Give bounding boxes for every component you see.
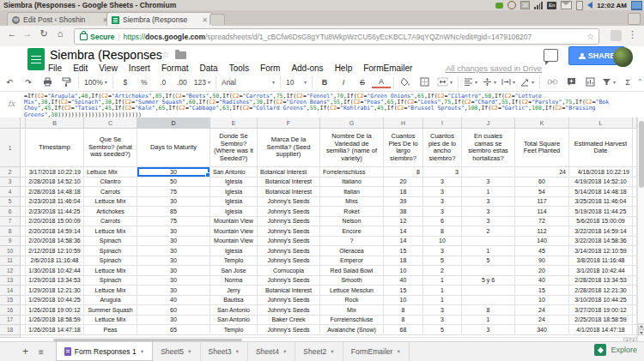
cell-L10[interactable]: 3/14/2018 12:10:59	[569, 246, 633, 256]
cell-E11[interactable]: Templo	[210, 256, 258, 267]
cell-L8[interactable]: 3/22/2018 14:59:14	[569, 226, 633, 237]
sheet-tab-sheet4[interactable]: Sheet4▼	[248, 342, 295, 361]
cell-D5[interactable]: 30	[137, 197, 210, 208]
cell-D13[interactable]: 30	[137, 276, 210, 286]
cell-G4[interactable]: Italian	[320, 187, 384, 197]
row-header-9[interactable]: 9	[0, 237, 21, 247]
spreadsheet-grid[interactable]: BCDEFGHIJKL1TimestampQue Se Sembro? (wha…	[0, 117, 637, 341]
sheet-tab-menu-icon[interactable]: ▼	[330, 349, 334, 354]
sheet-tab-sheet2[interactable]: Sheet2▼	[295, 342, 343, 361]
cell-B7[interactable]: 2/20/2018 15:00:09	[26, 217, 84, 227]
sheet-tab-sheet5[interactable]: Sheet5▼	[153, 342, 200, 361]
menu-insert[interactable]: Insert	[129, 63, 150, 73]
cell-B8[interactable]: 2/20/2018 14:59:14	[26, 226, 84, 237]
horizontal-align-button[interactable]: ▾	[461, 75, 480, 89]
user-avatar[interactable]	[613, 47, 633, 67]
explore-button[interactable]: Explore	[594, 344, 637, 356]
cell-J4[interactable]: 1	[462, 187, 515, 197]
cell-F4[interactable]: Botanical Interest	[258, 187, 320, 197]
paint-format-button[interactable]	[57, 75, 76, 89]
cell-I17[interactable]: 3	[423, 316, 462, 326]
cell-K18[interactable]: 340	[515, 325, 569, 335]
menu-form[interactable]: Form	[260, 63, 280, 73]
cell-E5[interactable]: Iglesia	[210, 197, 258, 208]
document-title[interactable]: Siembra (Responses	[50, 48, 162, 62]
cell-D17[interactable]: 30	[137, 316, 210, 326]
column-header-I[interactable]: I	[423, 117, 462, 129]
cell-L15[interactable]: 3/10/2018 10:44:25	[569, 296, 633, 306]
cell-I6[interactable]: 3	[423, 207, 462, 217]
keyboard-layout-indicator[interactable]: En	[547, 2, 556, 9]
cell-D4[interactable]: 75	[137, 187, 210, 197]
cell-D2[interactable]: 30	[137, 167, 210, 177]
text-color-button[interactable]: A	[372, 75, 391, 88]
cell-C11[interactable]: Spinach	[84, 256, 137, 267]
cell-I14[interactable]: 1	[423, 286, 462, 296]
cell-C10[interactable]: Spinach	[84, 246, 137, 256]
redo-button[interactable]: ↷	[19, 75, 38, 89]
cell-H16[interactable]: 8	[384, 305, 423, 316]
fill-color-button[interactable]	[397, 75, 416, 89]
row-header-1[interactable]: 1	[0, 129, 21, 167]
cell-F8[interactable]: Johnny's Seeds	[258, 226, 320, 237]
cell-B18[interactable]: 1/26/2018 14:47:18	[26, 325, 84, 335]
sheet-tab-menu-icon[interactable]: ▼	[140, 349, 144, 354]
cell-L2[interactable]: 4/16/2018 10:22:19	[569, 167, 633, 177]
cell-G2[interactable]: Forrelenschluss	[320, 167, 384, 177]
cell-G8[interactable]: Encore	[320, 226, 384, 237]
insert-link-button[interactable]	[543, 75, 562, 89]
cell-J3[interactable]: 3	[462, 177, 515, 188]
cell-K6[interactable]: 114	[515, 207, 569, 217]
cell-I7[interactable]: 6	[423, 217, 462, 227]
cell-E18[interactable]: Templo	[210, 325, 258, 335]
increase-decimal-button[interactable]: .00	[173, 75, 191, 89]
cell-G1[interactable]: Nombre De la Variedad de semilla? (name …	[320, 129, 384, 167]
borders-button[interactable]	[416, 75, 434, 89]
menu-help[interactable]: Help	[335, 63, 353, 73]
cell-F15[interactable]: Johnny's Seeds	[258, 296, 320, 306]
cell-F7[interactable]: Johnny's Seeds	[258, 217, 320, 227]
cell-F13[interactable]: Johnny's Seeds	[258, 276, 320, 286]
cell-I18[interactable]: 5	[423, 325, 462, 335]
cell-D14[interactable]: 30	[137, 286, 210, 296]
cell-E3[interactable]: Iglesia	[210, 177, 258, 188]
cell-D9[interactable]: 30	[137, 237, 210, 247]
cell-G11[interactable]: Emperor	[320, 256, 384, 267]
cell-C7[interactable]: Carrots	[84, 217, 137, 227]
cell-J15[interactable]	[462, 296, 515, 306]
row-header-15[interactable]: 15	[0, 296, 21, 306]
cell-K10[interactable]: 45	[515, 246, 569, 256]
row-header-10[interactable]: 10	[0, 246, 21, 256]
cell-H1[interactable]: Cuantos Pies De lo largo siembro?	[384, 129, 423, 167]
formula-input[interactable]: =If(C2="Arugula",40,If(C2="Artichokes",8…	[24, 93, 637, 117]
vertical-scrollbar-thumb[interactable]	[639, 121, 644, 188]
cell-C8[interactable]: Lettuce Mix	[84, 226, 137, 237]
cell-G5[interactable]: Mixs	[320, 197, 384, 208]
cell-I8[interactable]: 8	[423, 226, 462, 237]
formula-bar[interactable]: fx =If(C2="Arugula",40,If(C2="Artichokes…	[0, 91, 644, 119]
cell-L11[interactable]: 3/8/2018 11:16:48	[569, 256, 633, 267]
cell-I10[interactable]: 3	[423, 246, 462, 256]
cell-D8[interactable]: 30	[137, 226, 210, 237]
cell-K3[interactable]: 60	[515, 177, 569, 188]
column-header-C[interactable]: C	[84, 117, 137, 129]
cell-E8[interactable]: Mountain View	[210, 226, 258, 237]
cell-G9[interactable]: ?	[320, 237, 384, 247]
cell-I13[interactable]: 1	[423, 276, 462, 286]
sheet-tab-menu-icon[interactable]: ▼	[234, 349, 239, 354]
cell-J1[interactable]: En cuales camas se siembro estas hortali…	[462, 129, 515, 167]
cell-C5[interactable]: Lettuce Mix	[84, 197, 137, 208]
cell-K8[interactable]: 112	[515, 226, 569, 237]
browser-tab-wordpress[interactable]: W Edit Post ‹ Shoshin ✕	[7, 12, 113, 27]
column-header-D[interactable]: D	[137, 117, 210, 129]
cell-H12[interactable]: 10	[384, 266, 423, 276]
cell-F14[interactable]: Botanical Interest	[258, 286, 320, 296]
cell-F12[interactable]: Cornucopia	[258, 266, 320, 276]
undo-button[interactable]: ↶	[0, 75, 19, 89]
row-header-17[interactable]: 17	[0, 316, 21, 326]
cell-C16[interactable]: Summer Squash	[84, 305, 137, 316]
reload-button[interactable]: ↻	[37, 28, 51, 39]
cell-B3[interactable]: 2/28/2018 14:52:10	[26, 177, 84, 188]
volume-icon[interactable]	[587, 2, 592, 9]
cell-H6[interactable]: 38	[384, 207, 423, 217]
